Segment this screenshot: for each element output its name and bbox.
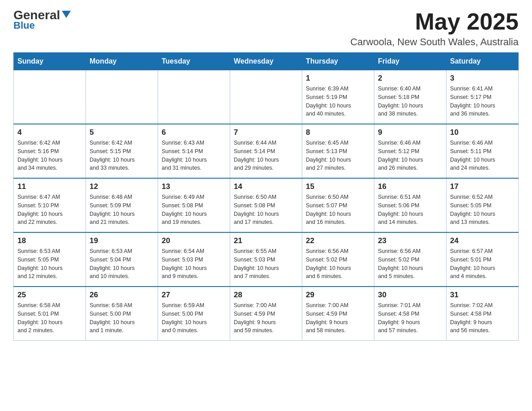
calendar-header-wednesday: Wednesday (230, 53, 302, 70)
day-number: 14 (234, 182, 298, 191)
day-number: 26 (90, 291, 154, 300)
calendar-cell: 23Sunrise: 6:56 AMSunset: 5:02 PMDayligh… (374, 232, 446, 287)
day-info: Sunrise: 6:54 AMSunset: 5:03 PMDaylight:… (162, 247, 226, 281)
calendar-cell: 27Sunrise: 6:59 AMSunset: 5:00 PMDayligh… (158, 287, 230, 341)
day-info: Sunrise: 6:59 AMSunset: 5:00 PMDaylight:… (162, 301, 226, 335)
day-number: 28 (234, 291, 298, 300)
day-info: Sunrise: 6:42 AMSunset: 5:15 PMDaylight:… (90, 139, 154, 172)
day-number: 19 (90, 236, 154, 245)
calendar-cell: 24Sunrise: 6:57 AMSunset: 5:01 PMDayligh… (446, 232, 519, 287)
day-info: Sunrise: 6:56 AMSunset: 5:02 PMDaylight:… (306, 247, 370, 281)
day-info: Sunrise: 7:02 AMSunset: 4:58 PMDaylight:… (450, 301, 515, 335)
calendar-cell: 3Sunrise: 6:41 AMSunset: 5:17 PMDaylight… (446, 70, 519, 124)
day-number: 16 (378, 182, 442, 191)
day-number: 13 (162, 182, 226, 191)
day-info: Sunrise: 6:48 AMSunset: 5:09 PMDaylight:… (90, 193, 154, 227)
day-info: Sunrise: 6:42 AMSunset: 5:16 PMDaylight:… (17, 139, 82, 172)
calendar-cell: 29Sunrise: 7:00 AMSunset: 4:59 PMDayligh… (302, 287, 374, 341)
location-title: Carwoola, New South Wales, Australia (350, 36, 519, 48)
calendar-cell: 15Sunrise: 6:50 AMSunset: 5:07 PMDayligh… (302, 178, 374, 232)
day-info: Sunrise: 6:43 AMSunset: 5:14 PMDaylight:… (162, 139, 226, 172)
calendar-cell: 19Sunrise: 6:53 AMSunset: 5:04 PMDayligh… (86, 232, 158, 287)
calendar-cell: 1Sunrise: 6:39 AMSunset: 5:19 PMDaylight… (302, 70, 374, 124)
day-info: Sunrise: 6:56 AMSunset: 5:02 PMDaylight:… (378, 247, 442, 281)
calendar-cell: 17Sunrise: 6:52 AMSunset: 5:05 PMDayligh… (446, 178, 519, 232)
day-info: Sunrise: 6:46 AMSunset: 5:11 PMDaylight:… (450, 139, 515, 172)
day-number: 8 (306, 128, 370, 137)
calendar-cell: 5Sunrise: 6:42 AMSunset: 5:15 PMDaylight… (86, 124, 158, 178)
calendar-cell: 30Sunrise: 7:01 AMSunset: 4:58 PMDayligh… (374, 287, 446, 341)
day-number: 25 (17, 291, 82, 300)
day-number: 12 (90, 182, 154, 191)
calendar-header-saturday: Saturday (446, 53, 519, 70)
calendar-cell: 14Sunrise: 6:50 AMSunset: 5:08 PMDayligh… (230, 178, 302, 232)
calendar-week-row: 11Sunrise: 6:47 AMSunset: 5:10 PMDayligh… (14, 178, 519, 232)
logo-blue-text: Blue (13, 20, 35, 31)
title-block: May 2025 Carwoola, New South Wales, Aust… (350, 9, 519, 48)
calendar-header-monday: Monday (86, 53, 158, 70)
day-number: 23 (378, 236, 442, 245)
day-info: Sunrise: 6:52 AMSunset: 5:05 PMDaylight:… (450, 193, 515, 227)
svg-marker-0 (62, 11, 71, 18)
day-number: 31 (450, 291, 515, 300)
calendar-cell: 8Sunrise: 6:45 AMSunset: 5:13 PMDaylight… (302, 124, 374, 178)
day-info: Sunrise: 6:58 AMSunset: 5:00 PMDaylight:… (90, 301, 154, 335)
day-number: 24 (450, 236, 515, 245)
calendar-cell: 21Sunrise: 6:55 AMSunset: 5:03 PMDayligh… (230, 232, 302, 287)
calendar-cell: 4Sunrise: 6:42 AMSunset: 5:16 PMDaylight… (14, 124, 86, 178)
day-info: Sunrise: 6:46 AMSunset: 5:12 PMDaylight:… (378, 139, 442, 172)
day-number: 15 (306, 182, 370, 191)
day-info: Sunrise: 6:50 AMSunset: 5:07 PMDaylight:… (306, 193, 370, 227)
day-info: Sunrise: 6:53 AMSunset: 5:05 PMDaylight:… (17, 247, 82, 281)
calendar-header-friday: Friday (374, 53, 446, 70)
day-number: 6 (162, 128, 226, 137)
calendar-cell: 10Sunrise: 6:46 AMSunset: 5:11 PMDayligh… (446, 124, 519, 178)
day-number: 11 (17, 182, 82, 191)
day-info: Sunrise: 6:44 AMSunset: 5:14 PMDaylight:… (234, 139, 298, 172)
calendar-cell: 6Sunrise: 6:43 AMSunset: 5:14 PMDaylight… (158, 124, 230, 178)
calendar-week-row: 4Sunrise: 6:42 AMSunset: 5:16 PMDaylight… (14, 124, 519, 178)
calendar-cell: 26Sunrise: 6:58 AMSunset: 5:00 PMDayligh… (86, 287, 158, 341)
calendar-cell (158, 70, 230, 124)
day-info: Sunrise: 7:01 AMSunset: 4:58 PMDaylight:… (378, 301, 442, 335)
calendar-header-row: SundayMondayTuesdayWednesdayThursdayFrid… (14, 53, 519, 70)
day-info: Sunrise: 6:57 AMSunset: 5:01 PMDaylight:… (450, 247, 515, 281)
logo: General Blue (13, 9, 72, 31)
day-info: Sunrise: 6:53 AMSunset: 5:04 PMDaylight:… (90, 247, 154, 281)
day-info: Sunrise: 6:58 AMSunset: 5:01 PMDaylight:… (17, 301, 82, 335)
day-info: Sunrise: 6:55 AMSunset: 5:03 PMDaylight:… (234, 247, 298, 281)
day-number: 18 (17, 236, 82, 245)
calendar-cell: 11Sunrise: 6:47 AMSunset: 5:10 PMDayligh… (14, 178, 86, 232)
day-number: 9 (378, 128, 442, 137)
calendar-cell: 25Sunrise: 6:58 AMSunset: 5:01 PMDayligh… (14, 287, 86, 341)
day-number: 27 (162, 291, 226, 300)
day-info: Sunrise: 6:39 AMSunset: 5:19 PMDaylight:… (306, 85, 370, 118)
calendar-cell: 16Sunrise: 6:51 AMSunset: 5:06 PMDayligh… (374, 178, 446, 232)
calendar-cell: 18Sunrise: 6:53 AMSunset: 5:05 PMDayligh… (14, 232, 86, 287)
day-number: 3 (450, 74, 515, 83)
day-number: 7 (234, 128, 298, 137)
day-number: 22 (306, 236, 370, 245)
day-number: 30 (378, 291, 442, 300)
day-number: 17 (450, 182, 515, 191)
day-info: Sunrise: 6:47 AMSunset: 5:10 PMDaylight:… (17, 193, 82, 227)
day-number: 21 (234, 236, 298, 245)
day-info: Sunrise: 6:51 AMSunset: 5:06 PMDaylight:… (378, 193, 442, 227)
calendar-cell: 13Sunrise: 6:49 AMSunset: 5:08 PMDayligh… (158, 178, 230, 232)
calendar-week-row: 18Sunrise: 6:53 AMSunset: 5:05 PMDayligh… (14, 232, 519, 287)
calendar-header-thursday: Thursday (302, 53, 374, 70)
calendar-table: SundayMondayTuesdayWednesdayThursdayFrid… (13, 52, 519, 341)
day-info: Sunrise: 6:49 AMSunset: 5:08 PMDaylight:… (162, 193, 226, 227)
day-info: Sunrise: 6:50 AMSunset: 5:08 PMDaylight:… (234, 193, 298, 227)
day-number: 1 (306, 74, 370, 83)
calendar-cell (230, 70, 302, 124)
day-info: Sunrise: 7:00 AMSunset: 4:59 PMDaylight:… (234, 301, 298, 335)
calendar-cell: 9Sunrise: 6:46 AMSunset: 5:12 PMDaylight… (374, 124, 446, 178)
day-number: 10 (450, 128, 515, 137)
page-header: General Blue May 2025 Carwoola, New Sout… (13, 9, 519, 48)
calendar-cell: 28Sunrise: 7:00 AMSunset: 4:59 PMDayligh… (230, 287, 302, 341)
month-title: May 2025 (350, 9, 519, 34)
calendar-cell: 20Sunrise: 6:54 AMSunset: 5:03 PMDayligh… (158, 232, 230, 287)
calendar-header-sunday: Sunday (14, 53, 86, 70)
calendar-cell: 12Sunrise: 6:48 AMSunset: 5:09 PMDayligh… (86, 178, 158, 232)
